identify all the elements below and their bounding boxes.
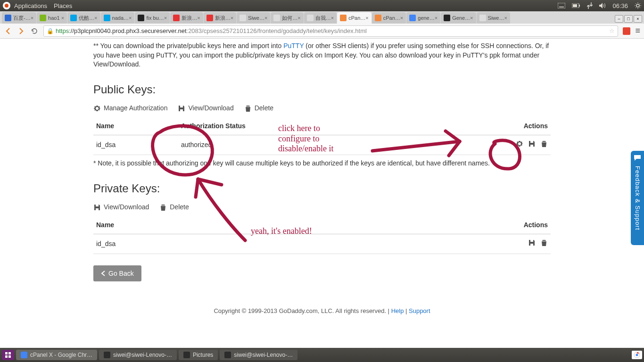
tab-label: Siwe… <box>488 15 504 21</box>
tab-label: gene… <box>418 15 434 21</box>
tab-label: Siwe… <box>248 15 264 21</box>
task-label: cPanel X - Google Chr… <box>30 352 92 358</box>
go-back-button[interactable]: Go Back <box>93 265 141 281</box>
tab-close-icon[interactable]: × <box>231 15 233 21</box>
tab-label: cPan… <box>348 15 365 21</box>
app-icon <box>21 352 27 358</box>
trash-icon <box>159 204 167 211</box>
footer: Copyright © 1999-2013 GoDaddy.com, LLC. … <box>93 307 551 315</box>
taskbar-button[interactable]: siwei@siwei-Lenovo-… <box>220 350 297 360</box>
tab-close-icon[interactable]: × <box>94 15 97 21</box>
tab-label: fix bu… <box>146 15 164 21</box>
gear-icon[interactable] <box>516 140 523 148</box>
public-keys-toolbar: Manage Authorization View/Download Delet… <box>93 104 551 113</box>
goback-label: Go Back <box>108 270 134 277</box>
tab-label: 新浪… <box>215 15 231 22</box>
browser-tab[interactable]: Gene…× <box>441 12 476 24</box>
save-icon[interactable] <box>528 140 536 148</box>
show-desktop-icon[interactable] <box>2 350 14 360</box>
tab-close-icon[interactable]: × <box>264 15 267 21</box>
forward-button[interactable] <box>17 27 25 35</box>
applications-menu[interactable]: Applications <box>14 2 47 9</box>
task-label: siwei@siwei-Lenovo-… <box>113 352 172 358</box>
browser-tab[interactable]: 优酷…× <box>67 12 100 24</box>
taskbar-button[interactable]: siwei@siwei-Lenovo-… <box>99 350 177 360</box>
tray-chrome-icon[interactable] <box>632 351 642 359</box>
delete-button-priv[interactable]: Delete <box>159 203 189 212</box>
favicon-icon <box>409 15 416 21</box>
browser-tab[interactable]: 新浪…× <box>170 12 203 24</box>
browser-tab[interactable]: fix bu…× <box>135 12 170 24</box>
tab-close-icon[interactable]: × <box>504 15 507 21</box>
tab-close-icon[interactable]: × <box>297 15 300 21</box>
view-download-button-priv[interactable]: View/Download <box>93 203 149 212</box>
battery-icon[interactable] <box>572 3 580 8</box>
window-minimize[interactable]: – <box>615 15 623 23</box>
tab-close-icon[interactable]: × <box>365 15 368 21</box>
footer-support-link[interactable]: Support <box>409 307 430 314</box>
places-menu[interactable]: Places <box>54 2 72 9</box>
chrome-menu-icon[interactable]: ≡ <box>635 26 640 36</box>
browser-tab[interactable]: cPan…× <box>337 12 372 24</box>
delete-label: Delete <box>170 203 189 212</box>
tab-label: Gene… <box>452 15 470 21</box>
system-settings-icon[interactable] <box>635 2 641 9</box>
tab-close-icon[interactable]: × <box>470 15 473 21</box>
trash-icon <box>244 105 252 112</box>
svg-rect-2 <box>559 7 564 8</box>
browser-tab[interactable]: gene…× <box>406 12 440 24</box>
col-name: Name <box>93 118 178 135</box>
row-actions <box>442 135 551 155</box>
key-name: id_dsa <box>93 234 301 254</box>
address-bar[interactable]: 🔒 https://p3plcpnl0040.prod.phx3.secures… <box>43 25 618 37</box>
window-close[interactable]: × <box>634 15 642 23</box>
back-button[interactable] <box>4 27 12 35</box>
extension-icon[interactable] <box>623 27 630 35</box>
browser-tab[interactable]: nada…× <box>101 12 135 24</box>
view-download-button[interactable]: View/Download <box>178 104 233 113</box>
tab-close-icon[interactable]: × <box>61 15 64 21</box>
tab-close-icon[interactable]: × <box>129 15 132 21</box>
browser-tab[interactable]: 新浪…× <box>204 12 236 24</box>
browser-tab[interactable]: Siwe…× <box>477 12 510 24</box>
manage-authorization-button[interactable]: Manage Authorization <box>93 104 167 113</box>
network-icon[interactable] <box>587 2 593 9</box>
chevron-left-icon <box>101 271 106 276</box>
favicon-icon <box>138 15 144 21</box>
window-maximize[interactable]: □ <box>624 15 633 23</box>
key-name: id_dsa <box>93 135 178 155</box>
trash-icon[interactable] <box>540 140 548 148</box>
footer-sep: | <box>405 307 409 314</box>
row-actions <box>301 234 551 254</box>
save-icon[interactable] <box>528 239 536 247</box>
browser-tab[interactable]: 如何…× <box>271 12 303 24</box>
tab-close-icon[interactable]: × <box>331 15 334 21</box>
reload-button[interactable] <box>30 27 39 35</box>
footer-copy: Copyright © 1999-2013 GoDaddy.com, LLC. … <box>214 307 391 314</box>
delete-button[interactable]: Delete <box>244 104 273 113</box>
trash-icon[interactable] <box>540 239 548 247</box>
col-name: Name <box>93 217 301 234</box>
favicon-icon <box>375 15 381 21</box>
putty-link[interactable]: PuTTY <box>283 42 304 49</box>
sound-icon[interactable] <box>599 3 606 8</box>
keyboard-icon[interactable] <box>558 3 565 8</box>
bookmark-star-icon[interactable]: ☆ <box>609 27 615 34</box>
browser-tab[interactable]: 自我…× <box>304 12 337 24</box>
footer-help-link[interactable]: Help <box>391 307 404 314</box>
browser-tab[interactable]: Siwe…× <box>237 12 270 24</box>
browser-tab[interactable]: cPan…× <box>372 12 406 24</box>
browser-tab[interactable]: hao1× <box>37 12 67 24</box>
tab-close-icon[interactable]: × <box>400 15 403 21</box>
feedback-tab[interactable]: Feedback & Support <box>631 151 644 245</box>
col-actions: Actions <box>301 217 551 234</box>
tab-close-icon[interactable]: × <box>435 15 438 21</box>
clock[interactable]: 06:36 <box>612 2 628 9</box>
tab-close-icon[interactable]: × <box>164 15 167 21</box>
tab-close-icon[interactable]: × <box>31 15 33 21</box>
intro-text: ** You can download the private/public k… <box>93 41 551 69</box>
taskbar-button[interactable]: Pictures <box>179 350 218 360</box>
browser-tab[interactable]: 百度-…× <box>2 12 36 24</box>
tab-close-icon[interactable]: × <box>197 15 200 21</box>
taskbar-button[interactable]: cPanel X - Google Chr… <box>16 350 97 360</box>
